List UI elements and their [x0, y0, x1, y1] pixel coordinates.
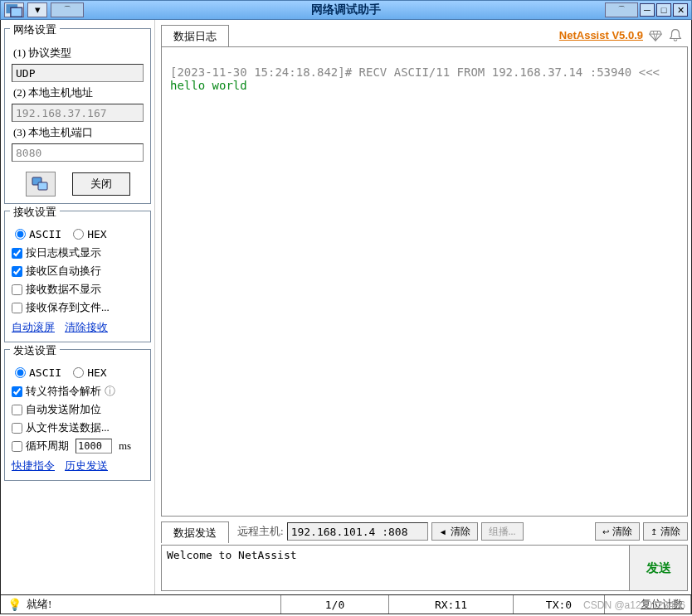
svg-rect-1 [11, 7, 22, 17]
svg-rect-3 [38, 182, 47, 190]
status-counter: 1/0 [281, 595, 389, 614]
send-hex-radio[interactable]: HEX [73, 366, 106, 379]
hostaddr-label: (2) 本地主机地址 [13, 85, 144, 100]
bulb-icon: 💡 [7, 598, 22, 612]
send-group-title: 发送设置 [10, 343, 60, 358]
recv-hex-radio[interactable]: HEX [73, 228, 106, 240]
recv-group-title: 接收设置 [10, 205, 60, 220]
send-button[interactable]: 发送 [630, 545, 688, 591]
status-rx: RX:11 [389, 595, 514, 614]
bell-icon[interactable] [668, 27, 683, 42]
titlebar-notch-left: ⌒ [51, 2, 84, 17]
maximize-button[interactable]: □ [656, 3, 671, 17]
close-connection-button[interactable]: 关闭 [72, 172, 130, 196]
protocol-value[interactable] [12, 65, 154, 81]
dropdown-toggle-icon[interactable]: ▾ [27, 2, 47, 17]
up-icon: ↥ [651, 527, 657, 536]
hostport-label: (3) 本地主机端口 [13, 125, 144, 140]
send-escape-check[interactable]: 转义符指令解析 ⓘ [12, 384, 144, 399]
receive-settings-group: 接收设置 ASCII HEX 按日志模式显示 接收区自动换行 接收数据不显示 接… [4, 211, 151, 342]
arrow-left-icon: ◄ [439, 527, 447, 536]
recv-autowrap-check[interactable]: 接收区自动换行 [12, 264, 144, 279]
loop-period-input[interactable] [76, 439, 112, 454]
clear-send-button[interactable]: ↩清除 [595, 522, 640, 541]
info-icon[interactable]: ⓘ [105, 384, 115, 399]
minimize-button[interactable]: ─ [640, 3, 655, 17]
recv-savefile-check[interactable]: 接收保存到文件... [12, 300, 144, 315]
autoscroll-link[interactable]: 自动滚屏 [12, 320, 55, 335]
send-settings-group: 发送设置 ASCII HEX 转义符指令解析 ⓘ 自动发送附加位 从文件发送数据… [4, 349, 151, 481]
protocol-label: (1) 协议类型 [13, 46, 144, 61]
data-send-tab[interactable]: 数据发送 [161, 521, 229, 543]
connection-icon-button[interactable] [26, 172, 56, 196]
status-ready: 💡 就绪! [1, 595, 281, 614]
log-textarea[interactable]: [2023-11-30 15:24:18.842]# RECV ASCII/11… [161, 46, 688, 517]
statusbar: 💡 就绪! 1/0 RX:11 TX:0 复位计数 [0, 594, 692, 614]
gem-icon[interactable] [648, 27, 663, 42]
send-textarea[interactable] [161, 545, 630, 591]
hostport-input[interactable] [12, 143, 144, 162]
remote-host-label: 远程主机: [237, 524, 284, 539]
clear-remote-button[interactable]: ◄清除 [431, 522, 478, 541]
windows-icon [31, 174, 51, 194]
titlebar-notch-right: ⌒ [605, 2, 638, 17]
send-autoappend-check[interactable]: 自动发送附加位 [12, 402, 144, 417]
content-area: 数据日志 NetAssist V5.0.9 [2023-11-30 15:24:… [158, 20, 691, 594]
status-tx: TX:0 [514, 595, 605, 614]
hostaddr-value[interactable] [12, 104, 154, 121]
remote-host-input[interactable] [288, 523, 435, 540]
close-button[interactable]: ✕ [673, 3, 688, 17]
send-ascii-radio[interactable]: ASCII [15, 366, 61, 379]
recv-nodisplay-check[interactable]: 接收数据不显示 [12, 282, 144, 297]
multicast-button[interactable]: 组播... [481, 522, 524, 541]
quick-cmd-link[interactable]: 快捷指令 [12, 458, 55, 473]
reset-counter-link[interactable]: 复位计数 [605, 595, 691, 614]
clear-recv-link[interactable]: 清除接收 [65, 320, 108, 335]
clear-send-button-2[interactable]: ↥清除 [643, 522, 688, 541]
log-line-meta: [2023-11-30 15:24:18.842]# RECV ASCII/11… [170, 65, 679, 79]
redo-icon: ↩ [602, 527, 609, 536]
version-link[interactable]: NetAssist V5.0.9 [559, 29, 643, 41]
send-history-link[interactable]: 历史发送 [65, 458, 108, 473]
log-line-data: hello world [170, 79, 679, 92]
app-icon [4, 2, 24, 17]
send-fromfile-check[interactable]: 从文件发送数据... [12, 420, 144, 435]
remote-host-combo[interactable]: ▼ [287, 522, 428, 541]
protocol-combo[interactable]: ▼ [12, 64, 144, 82]
hostaddr-combo[interactable]: ▼ [12, 104, 144, 122]
network-settings-group: 网络设置 (1) 协议类型 ▼ (2) 本地主机地址 ▼ (3) 本地主机端口 … [4, 28, 151, 204]
data-log-tab[interactable]: 数据日志 [161, 25, 229, 46]
settings-sidebar: 网络设置 (1) 协议类型 ▼ (2) 本地主机地址 ▼ (3) 本地主机端口 … [1, 20, 154, 594]
send-loop-check[interactable]: 循环周期ms [12, 439, 144, 454]
recv-ascii-radio[interactable]: ASCII [15, 228, 61, 240]
recv-logmode-check[interactable]: 按日志模式显示 [12, 245, 144, 260]
window-title: 网络调试助手 [311, 2, 381, 17]
titlebar: ▾ ⌒ 网络调试助手 ⌒ ─ □ ✕ [0, 0, 692, 20]
network-group-title: 网络设置 [10, 22, 60, 37]
